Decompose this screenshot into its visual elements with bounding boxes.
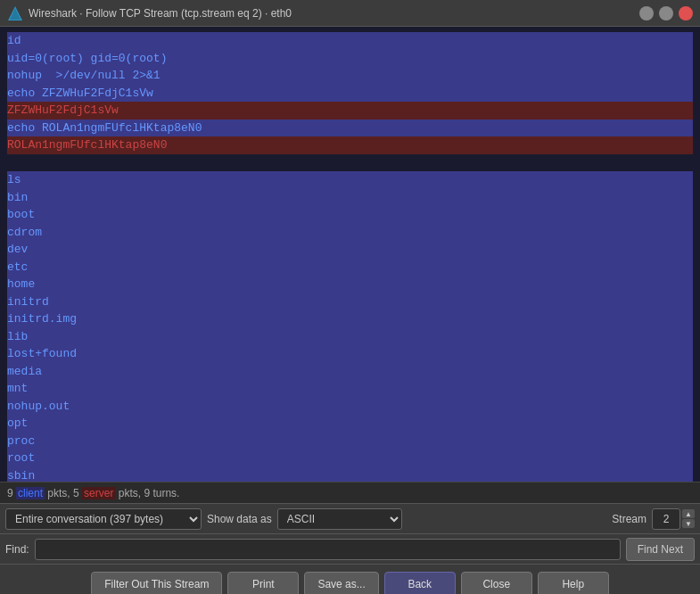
print-button[interactable]: Print xyxy=(227,572,299,595)
packet-count: 9 xyxy=(7,487,16,499)
buttons-row: Filter Out This Stream Print Save as... … xyxy=(0,564,700,594)
status-bar: 9 client pkts, 5 server pkts, 9 turns. xyxy=(0,482,700,503)
list-item: id xyxy=(7,32,693,50)
list-item: initrd xyxy=(7,293,693,311)
stream-decrement-button[interactable]: ▼ xyxy=(682,519,695,528)
list-item: lib xyxy=(7,328,693,346)
show-data-label: Show data as xyxy=(207,513,272,525)
list-item: root xyxy=(7,450,693,467)
list-item: ROLAn1ngmFUfclHKtap8eN0 xyxy=(7,136,693,154)
list-item: mnt xyxy=(7,380,693,398)
filter-out-button[interactable]: Filter Out This Stream xyxy=(91,572,222,595)
help-button[interactable]: Help xyxy=(538,572,609,595)
conversation-dropdown[interactable]: Entire conversation (397 bytes) xyxy=(5,508,202,530)
controls-row: Entire conversation (397 bytes) Show dat… xyxy=(0,503,700,533)
find-input[interactable] xyxy=(35,539,621,560)
list-item: dev xyxy=(7,241,693,259)
list-item: media xyxy=(7,363,693,381)
minimize-button[interactable] xyxy=(639,6,654,21)
list-item: echo ZFZWHuF2FdjC1sVw xyxy=(7,85,693,103)
find-row: Find: Find Next xyxy=(0,533,700,564)
list-item: proc xyxy=(7,433,693,450)
client-label: client xyxy=(16,487,45,499)
list-item: home xyxy=(7,276,693,293)
list-item: ZFZWHuF2FdjC1sVw xyxy=(7,102,693,120)
close-button[interactable]: Close xyxy=(461,572,532,595)
stream-label: Stream xyxy=(612,513,646,525)
find-label: Find: xyxy=(5,543,29,556)
close-window-button[interactable] xyxy=(679,6,693,21)
status-text: 9 client pkts, 5 server pkts, 9 turns. xyxy=(7,487,179,499)
stream-content: iduid=0(root) gid=0(root)nohup >/dev/nul… xyxy=(0,27,700,482)
stream-spinners: ▲ ▼ xyxy=(682,509,695,528)
list-item: cdrom xyxy=(7,224,693,242)
server-label: server xyxy=(82,487,115,499)
save-as-button[interactable]: Save as... xyxy=(304,572,378,595)
list-item: sbin xyxy=(7,467,693,483)
list-item: nohup.out xyxy=(7,398,693,416)
list-item: opt xyxy=(7,415,693,433)
stream-number-input[interactable]: 2 xyxy=(652,508,680,530)
list-item: initrd.img xyxy=(7,310,693,328)
list-item: uid=0(root) gid=0(root) xyxy=(7,50,693,68)
list-item: etc xyxy=(7,259,693,276)
list-item: boot xyxy=(7,206,693,224)
list-item: bin xyxy=(7,189,693,207)
list-item: ls xyxy=(7,171,693,189)
encoding-dropdown[interactable]: ASCII Hex Dump C Arrays Raw xyxy=(277,508,402,530)
list-item: lost+found xyxy=(7,345,693,363)
wireshark-icon xyxy=(7,5,23,21)
window-title: Wireshark · Follow TCP Stream (tcp.strea… xyxy=(29,7,292,20)
list-item xyxy=(7,154,693,172)
window-controls xyxy=(639,6,693,21)
stream-input-wrap: 2 ▲ ▼ xyxy=(652,508,695,530)
back-button[interactable]: Back xyxy=(384,572,456,595)
list-item: nohup >/dev/null 2>&1 xyxy=(7,67,693,85)
maximize-button[interactable] xyxy=(659,6,673,21)
stream-increment-button[interactable]: ▲ xyxy=(682,509,695,518)
title-bar: Wireshark · Follow TCP Stream (tcp.strea… xyxy=(0,0,700,27)
find-next-button[interactable]: Find Next xyxy=(626,538,695,561)
list-item: echo ROLAn1ngmFUfclHKtap8eN0 xyxy=(7,120,693,137)
title-bar-left: Wireshark · Follow TCP Stream (tcp.strea… xyxy=(7,5,292,21)
client-suffix: pkts, 5 xyxy=(45,487,82,499)
server-suffix: pkts, 9 turns. xyxy=(115,487,179,499)
